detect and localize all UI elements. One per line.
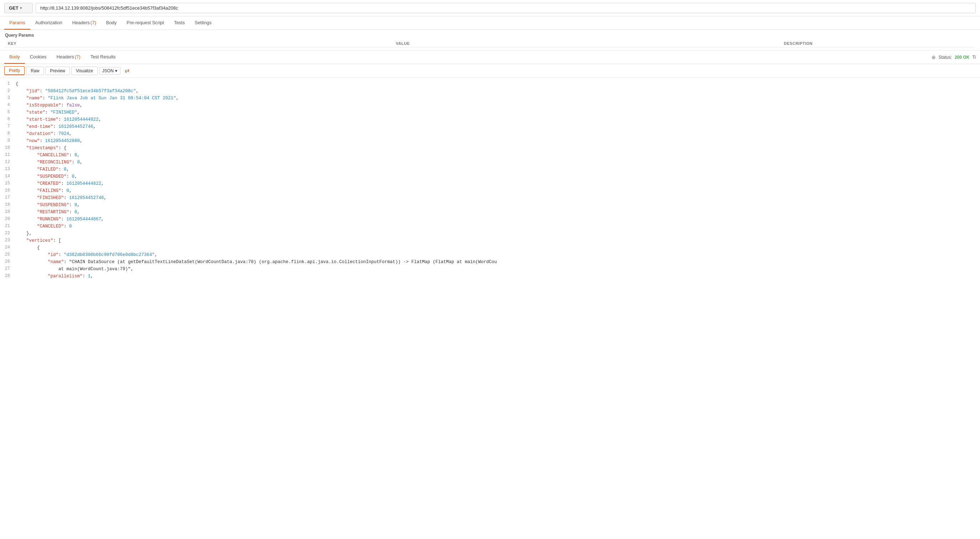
tab-pre-request-script[interactable]: Pre-request Script [121, 16, 169, 30]
globe-icon: ⊕ [932, 54, 936, 60]
json-line: 2 "jid": "508412fc5df51ece34b57f3af34a20… [0, 87, 980, 95]
status-time: Ti [972, 55, 976, 60]
json-line: 17 "FINISHED": 1612054452746, [0, 194, 980, 201]
resp-tab-cookies[interactable]: Cookies [25, 51, 52, 64]
json-line: 3 "name": "Flink Java Job at Sun Jan 31 … [0, 95, 980, 102]
url-input[interactable] [36, 3, 976, 13]
tab-body[interactable]: Body [101, 16, 122, 30]
tab-tests[interactable]: Tests [169, 16, 189, 30]
wrap-icon[interactable]: ⇄ [125, 67, 129, 74]
json-line: 8 "duration": 7924, [0, 130, 980, 138]
json-body: 1{2 "jid": "508412fc5df51ece34b57f3af34a… [0, 78, 980, 283]
json-line: 12 "RECONCILING": 0, [0, 159, 980, 166]
raw-button[interactable]: Raw [26, 67, 44, 75]
json-line: 20 "RUNNING": 1612054444867, [0, 216, 980, 223]
json-line: 19 "RESTARTING": 0, [0, 209, 980, 216]
json-line: 14 "SUSPENDED": 0, [0, 173, 980, 180]
params-table: KEY VALUE DESCRIPTION [5, 40, 975, 48]
col-value: VALUE [393, 40, 781, 48]
json-line: 6 "start-time": 1612054444822, [0, 116, 980, 123]
json-line: 23 "vertices": [ [0, 237, 980, 244]
status-label: Status: [939, 55, 952, 60]
json-line: 15 "CREATED": 1612054444822, [0, 180, 980, 187]
json-line: 9 "now": 1612054452800, [0, 138, 980, 144]
status-area: ⊕ Status: 200 OK Ti [932, 54, 976, 60]
preview-button[interactable]: Preview [45, 67, 70, 75]
format-selector[interactable]: JSON ▾ [99, 67, 121, 75]
json-line: 10 "timestamps": { [0, 144, 980, 152]
resp-headers-badge: (7) [75, 54, 81, 59]
resp-tab-body[interactable]: Body [4, 51, 25, 64]
resp-tab-test-results[interactable]: Test Results [86, 51, 121, 64]
method-chevron: ▾ [20, 6, 22, 10]
col-description: DESCRIPTION [781, 40, 975, 48]
json-line: 27 at main(WordCount.java:79)", [0, 266, 980, 273]
json-line: 1{ [0, 81, 980, 87]
resp-tab-headers[interactable]: Headers(7) [52, 51, 86, 64]
request-tabs: Params Authorization Headers(7) Body Pre… [0, 16, 980, 30]
visualize-button[interactable]: Visualize [71, 67, 98, 75]
tab-authorization[interactable]: Authorization [30, 16, 67, 30]
json-line: 25 "id": "d382db0300b66c90fd706e0d8bc273… [0, 251, 980, 258]
json-line: 24 { [0, 244, 980, 251]
format-chevron: ▾ [115, 68, 117, 73]
body-toolbar: Pretty Raw Preview Visualize JSON ▾ ⇄ [0, 64, 980, 78]
json-line: 5 "state": "FINISHED", [0, 109, 980, 116]
json-line: 4 "isStoppable": false, [0, 102, 980, 109]
url-bar: GET ▾ [0, 0, 980, 16]
method-select[interactable]: GET ▾ [4, 3, 33, 13]
format-label: JSON [102, 68, 114, 73]
query-params-section: Query Params KEY VALUE DESCRIPTION [0, 30, 980, 51]
col-key: KEY [5, 40, 393, 48]
query-params-title: Query Params [5, 33, 975, 38]
tab-headers[interactable]: Headers(7) [67, 16, 101, 30]
json-line: 11 "CANCELLING": 0, [0, 152, 980, 159]
json-line: 7 "end-time": 1612054452746, [0, 123, 980, 130]
json-line: 16 "FAILING": 0, [0, 187, 980, 194]
json-line: 18 "SUSPENDING": 0, [0, 201, 980, 209]
json-line: 26 "name": "CHAIN DataSource (at getDefa… [0, 258, 980, 266]
tab-params[interactable]: Params [4, 16, 30, 30]
response-tabs: Body Cookies Headers(7) Test Results ⊕ S… [0, 51, 980, 64]
tab-settings[interactable]: Settings [189, 16, 216, 30]
json-line: 22 }, [0, 230, 980, 237]
status-value: 200 OK [955, 55, 969, 60]
pretty-button[interactable]: Pretty [4, 66, 25, 75]
json-line: 21 "CANCELED": 0 [0, 223, 980, 230]
headers-badge: (7) [91, 20, 96, 25]
json-line: 13 "FAILED": 0, [0, 166, 980, 173]
json-line: 28 "parallelism": 1, [0, 273, 980, 280]
method-label: GET [9, 5, 19, 11]
